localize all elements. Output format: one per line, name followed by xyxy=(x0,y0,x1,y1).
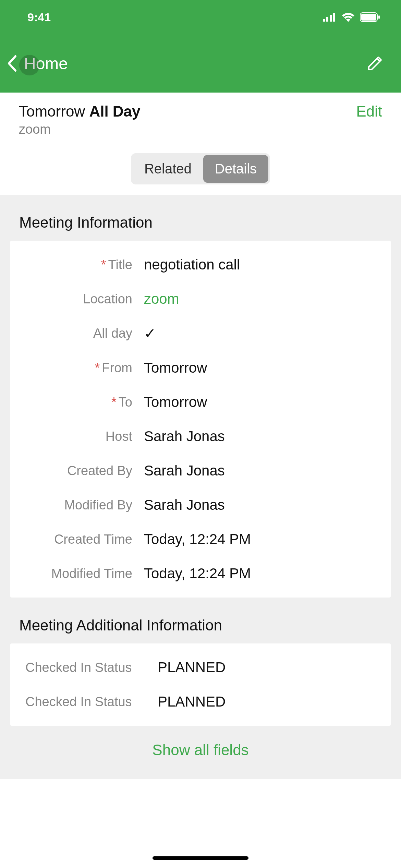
value-checkin-1: PLANNED xyxy=(158,659,226,676)
row-modifiedtime: Modified Time Today, 12:24 PM xyxy=(10,556,391,591)
row-modifiedby: Modified By Sarah Jonas xyxy=(10,488,391,522)
label-createdtime: Created Time xyxy=(21,532,144,547)
svg-rect-6 xyxy=(378,15,380,19)
summary-date-prefix: Tomorrow xyxy=(19,103,89,120)
value-host: Sarah Jonas xyxy=(144,428,225,445)
value-modifiedby: Sarah Jonas xyxy=(144,497,225,513)
row-checkin-2: Checked In Status PLANNED xyxy=(10,685,391,719)
label-from: *From xyxy=(21,361,144,375)
row-to: *To Tomorrow xyxy=(10,385,391,419)
value-from: Tomorrow xyxy=(144,360,207,376)
battery-icon xyxy=(360,12,380,22)
summary-date-bold: All Day xyxy=(89,103,140,120)
status-icons xyxy=(323,12,380,22)
row-createdby: Created By Sarah Jonas xyxy=(10,454,391,488)
value-location[interactable]: zoom xyxy=(144,291,179,307)
label-to: *To xyxy=(21,395,144,410)
status-time: 9:41 xyxy=(27,11,51,24)
value-createdby: Sarah Jonas xyxy=(144,462,225,479)
content-area: Meeting Information *Title negotiation c… xyxy=(0,195,401,779)
label-host: Host xyxy=(21,429,144,444)
svg-rect-5 xyxy=(361,14,376,21)
row-createdtime: Created Time Today, 12:24 PM xyxy=(10,522,391,556)
tab-details[interactable]: Details xyxy=(203,155,268,183)
label-createdby: Created By xyxy=(21,463,144,478)
row-location: Location zoom xyxy=(10,282,391,316)
label-location: Location xyxy=(21,292,144,306)
pencil-icon xyxy=(366,55,384,72)
section-heading-meeting-info: Meeting Information xyxy=(10,195,391,241)
back-button[interactable]: Home xyxy=(7,54,68,73)
status-bar: 9:41 xyxy=(0,0,401,34)
svg-rect-1 xyxy=(326,17,328,22)
svg-rect-2 xyxy=(330,15,332,22)
wifi-icon xyxy=(341,12,355,22)
row-checkin-1: Checked In Status PLANNED xyxy=(10,650,391,685)
meeting-info-card: *Title negotiation call Location zoom Al… xyxy=(10,241,391,598)
value-to: Tomorrow xyxy=(144,394,207,410)
nav-bar: Home xyxy=(0,34,401,93)
tabs-container: Related Details xyxy=(0,147,401,195)
label-checkin-2: Checked In Status xyxy=(21,695,158,709)
row-title: *Title negotiation call xyxy=(10,248,391,282)
summary-title: Tomorrow All Day xyxy=(19,103,141,120)
edit-pencil-button[interactable] xyxy=(366,55,384,72)
section-heading-additional: Meeting Additional Information xyxy=(10,598,391,643)
check-icon: ✓ xyxy=(144,325,156,341)
value-modifiedtime: Today, 12:24 PM xyxy=(144,565,251,582)
chevron-left-icon xyxy=(7,55,17,72)
additional-info-card: Checked In Status PLANNED Checked In Sta… xyxy=(10,643,391,726)
show-all-fields-button[interactable]: Show all fields xyxy=(10,726,391,765)
row-host: Host Sarah Jonas xyxy=(10,419,391,454)
row-from: *From Tomorrow xyxy=(10,351,391,385)
nav-title: Home xyxy=(24,54,68,73)
value-createdtime: Today, 12:24 PM xyxy=(144,531,251,547)
value-allday: ✓ xyxy=(144,325,156,342)
cellular-icon xyxy=(323,13,337,22)
label-checkin-1: Checked In Status xyxy=(21,660,158,675)
svg-rect-3 xyxy=(333,13,335,22)
summary-subtitle: zoom xyxy=(19,122,141,137)
segmented-control: Related Details xyxy=(131,153,270,184)
home-indicator[interactable] xyxy=(153,856,248,860)
value-checkin-2: PLANNED xyxy=(158,694,226,710)
label-modifiedtime: Modified Time xyxy=(21,566,144,581)
row-allday: All day ✓ xyxy=(10,316,391,351)
tab-related[interactable]: Related xyxy=(133,155,203,183)
value-title: negotiation call xyxy=(144,256,240,273)
label-modifiedby: Modified By xyxy=(21,498,144,513)
edit-link[interactable]: Edit xyxy=(356,103,382,120)
summary-bar: Tomorrow All Day zoom Edit xyxy=(0,93,401,147)
label-allday: All day xyxy=(21,326,144,341)
label-title: *Title xyxy=(21,257,144,272)
svg-rect-0 xyxy=(323,19,325,22)
